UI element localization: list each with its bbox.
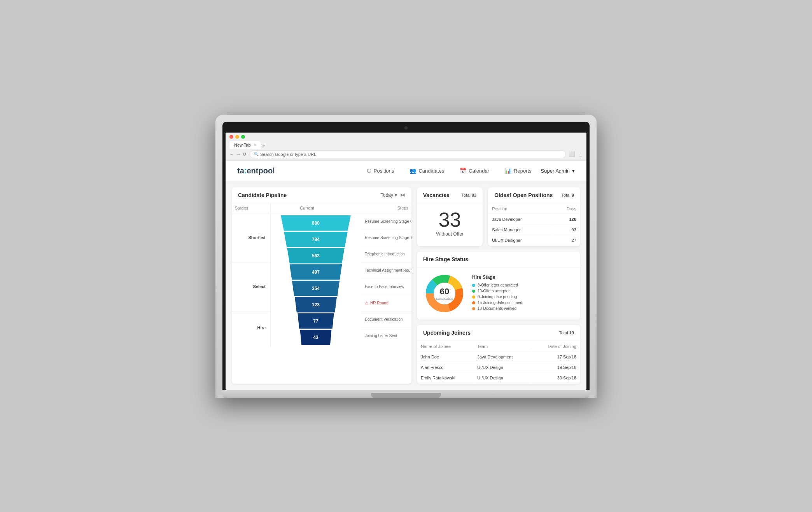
joiner-date-1: 17 Sep'18 [532, 352, 579, 362]
donut-label: candidates [436, 297, 453, 301]
nav-candidates[interactable]: 👥 Candidates [408, 168, 446, 174]
new-tab-button[interactable]: + [262, 142, 265, 148]
oldest-title: Oldest Open Positions [494, 192, 553, 198]
maximize-window-button[interactable] [241, 135, 245, 139]
hire-legend: Hire Stage 8-Offer letter generated 10-O… [472, 274, 574, 312]
funnel-bar-4: 497 [287, 264, 345, 280]
joiner-name-2: Alan Fresco [418, 363, 473, 372]
nav-positions[interactable]: ⬡ Positions [365, 168, 396, 174]
funnel-bar-6: 123 [292, 297, 339, 313]
joiner-team-2: UI/UX Design [474, 363, 531, 372]
joiner-row-3: Emily Ratajkowski UI/UX Design 30 Sep'18 [418, 373, 579, 383]
pipeline-actions: Today ▾ ⧓ [381, 192, 405, 198]
today-filter[interactable]: Today ▾ [381, 192, 397, 198]
minimize-window-button[interactable] [235, 135, 239, 139]
vacancies-card: Vacancies Total 93 33 Without Offer [417, 187, 483, 246]
top-right-row: Vacancies Total 93 33 Without Offer [417, 187, 580, 246]
joiner-team-1: Java Development [474, 352, 531, 362]
position-row-1: Java Developer 128 [489, 215, 579, 224]
address-bar[interactable]: 🔍 Search Google or type a URL [250, 150, 566, 158]
hire-stage-card: Hire Stage Status [417, 252, 580, 320]
funnel-bar-8: 43 [298, 330, 333, 345]
hire-stage-header: Hire Stage Status [417, 252, 580, 267]
forward-button[interactable]: → [236, 151, 241, 157]
nav-bar: ← → ↺ 🔍 Search Google or type a URL ⬜ ⋮ [229, 150, 583, 158]
step-1: Resume Screening Stage One [361, 213, 411, 230]
back-button[interactable]: ← [229, 151, 234, 157]
tab-close-button[interactable]: × [254, 143, 256, 147]
today-label: Today [381, 192, 393, 198]
step-2: Resume Screening Stage Two [361, 230, 411, 246]
hire-stage-title: Hire Stage Status [423, 256, 468, 262]
legend-label-3: 9-Joining date pending [478, 295, 517, 299]
close-window-button[interactable] [229, 135, 233, 139]
position-days-3: 27 [552, 236, 579, 245]
legend-item-1: 8-Offer letter generated [472, 283, 574, 287]
legend-label-5: 18-Documents verified [478, 306, 516, 311]
position-days-2: 93 [552, 225, 579, 235]
vacancy-label: Without Offer [423, 231, 476, 237]
camera [404, 126, 408, 129]
joiner-date-3: 30 Sep'18 [532, 373, 579, 383]
logo: ta:entpool [237, 166, 275, 175]
right-column: Vacancies Total 93 33 Without Offer [417, 187, 580, 384]
donut-chart: 60 candidates [423, 272, 466, 315]
legend-label-2: 10-Offers accepted [478, 289, 511, 293]
step-7: Document Verification [361, 311, 411, 328]
positions-icon: ⬡ [367, 168, 371, 174]
legend-item-5: 18-Documents verified [472, 306, 574, 311]
main-content: Candidate Pipeline Today ▾ ⧓ S [226, 181, 586, 390]
pipeline-card-header: Candidate Pipeline Today ▾ ⧓ [232, 187, 411, 203]
legend-dot-4 [472, 301, 475, 304]
refresh-button[interactable]: ↺ [243, 152, 247, 157]
stages-column: Shortlist Select Hire [232, 213, 271, 347]
pos-col-header: Position [489, 204, 551, 214]
legend-item-2: 10-Offers accepted [472, 289, 574, 293]
positions-table: Position Days Java Developer 128 [488, 203, 580, 246]
stage-select: Select [232, 262, 270, 311]
admin-dropdown[interactable]: Super Admin ▾ [541, 168, 575, 174]
funnel-bar-7: 77 [296, 313, 336, 329]
nav-calendar[interactable]: 📅 Calendar [458, 168, 491, 174]
funnel-bar-1: 880 [277, 215, 355, 231]
joiner-date-col: Date of Joining [532, 342, 579, 351]
legend-label-4: 15-Joining date confirmed [478, 301, 522, 305]
vacancies-total-badge: Total 93 [462, 193, 477, 197]
oldest-header: Oldest Open Positions Total 9 [488, 187, 580, 203]
stage-shortlist: Shortlist [232, 213, 270, 262]
stage-hire: Hire [232, 311, 270, 344]
hire-stage-body: 60 candidates Hire Stage 8-Offer letter … [417, 267, 580, 320]
joiner-name-col: Name of Joinee [418, 342, 473, 351]
filter-icon[interactable]: ⧓ [400, 192, 405, 198]
nav-arrows: ← → ↺ [229, 151, 247, 157]
funnel-column: 880 794 563 497 354 123 [271, 213, 361, 347]
vacancies-body: 33 Without Offer [417, 203, 483, 243]
extensions-icon[interactable]: ⬜ [569, 151, 575, 157]
position-row-2: Sales Manager 93 [489, 225, 579, 235]
step-3: Telephonic Introduction [361, 246, 411, 262]
calendar-icon: 📅 [460, 168, 466, 174]
screen: New Tab × + ← → ↺ 🔍 Search Google or typ… [226, 133, 586, 390]
joiner-row-2: Alan Fresco UI/UX Design 19 Sep'18 [418, 363, 579, 372]
nav-reports-label: Reports [514, 168, 532, 174]
step-5: Face to Face Interview [361, 279, 411, 295]
today-chevron-icon: ▾ [395, 192, 397, 198]
step-8: Joining Letter Sent [361, 328, 411, 344]
legend-dot-1 [472, 284, 475, 287]
app-container: ta:entpool ⬡ Positions 👥 Candidates 📅 [226, 161, 586, 390]
current-col-header: Current [271, 203, 343, 213]
admin-chevron-icon: ▾ [572, 168, 575, 174]
upcoming-joiners-card: Upcoming Joiners Total 19 Name of Joinee [417, 325, 580, 384]
nav-reports[interactable]: 📊 Reports [503, 168, 533, 174]
main-nav: ⬡ Positions 👥 Candidates 📅 Calendar [365, 168, 533, 174]
menu-icon[interactable]: ⋮ [578, 151, 583, 157]
candidates-icon: 👥 [410, 168, 416, 174]
laptop-frame: New Tab × + ← → ↺ 🔍 Search Google or typ… [215, 115, 597, 398]
active-tab[interactable]: New Tab × [229, 141, 261, 149]
hire-legend-title: Hire Stage [472, 274, 574, 280]
screen-bezel: New Tab × + ← → ↺ 🔍 Search Google or typ… [222, 122, 590, 390]
position-name-1: Java Developer [489, 215, 551, 224]
days-col-header: Days [552, 204, 579, 214]
app-header: ta:entpool ⬡ Positions 👥 Candidates 📅 [226, 161, 586, 181]
funnel-bar-2: 794 [280, 232, 351, 247]
